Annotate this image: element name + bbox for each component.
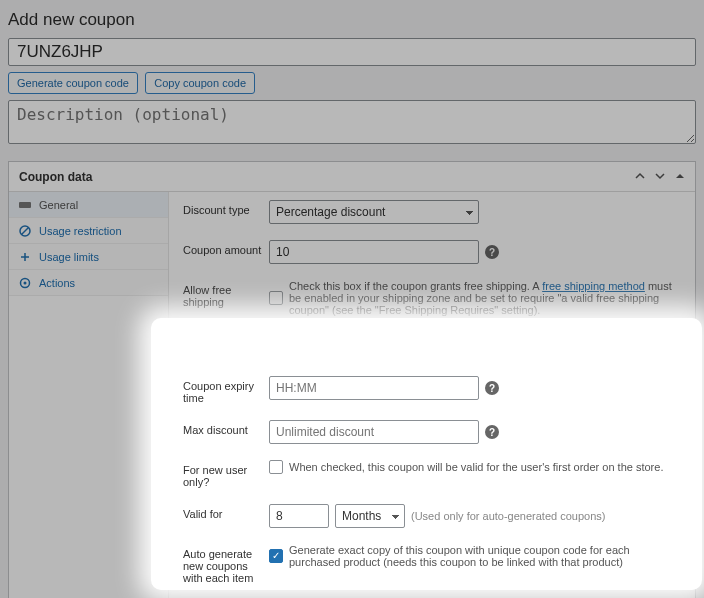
svg-rect-0 xyxy=(19,202,31,208)
copy-code-button[interactable]: Copy coupon code xyxy=(145,72,255,94)
valid-for-hint: (Used only for auto-generated coupons) xyxy=(411,510,605,522)
description-input[interactable] xyxy=(8,100,696,144)
valid-for-number-input[interactable] xyxy=(269,504,329,528)
svg-line-2 xyxy=(22,227,29,234)
expiry-time-input[interactable] xyxy=(269,376,479,400)
new-user-label: For new user only? xyxy=(169,460,269,488)
new-user-checkbox[interactable] xyxy=(269,460,283,474)
help-icon[interactable]: ? xyxy=(485,337,499,351)
free-shipping-text-a: Check this box if the coupon grants free… xyxy=(289,280,542,292)
help-icon[interactable]: ? xyxy=(485,245,499,259)
coupon-code-input[interactable] xyxy=(8,38,696,66)
discount-type-select[interactable]: Percentage discount xyxy=(269,200,479,224)
form-area: Discount type Percentage discount Coupon… xyxy=(169,192,695,598)
help-icon[interactable]: ? xyxy=(485,381,499,395)
sidebar-item-usage-limits[interactable]: Usage limits xyxy=(9,244,168,270)
panel-up-icon[interactable] xyxy=(635,170,645,184)
coupon-amount-label: Coupon amount xyxy=(169,240,269,256)
sidebar: General Usage restriction Usage limits A… xyxy=(9,192,169,598)
expiry-date-label: Coupon expiry date xyxy=(169,332,269,360)
valid-for-label: Valid for xyxy=(169,504,269,520)
free-shipping-label: Allow free shipping xyxy=(169,280,269,308)
page-title: Add new coupon xyxy=(8,10,696,30)
sidebar-item-actions[interactable]: Actions xyxy=(9,270,168,296)
sidebar-item-general[interactable]: General xyxy=(9,192,168,218)
auto-generate-checkbox[interactable] xyxy=(269,549,283,563)
generate-code-button[interactable]: Generate coupon code xyxy=(8,72,138,94)
discount-type-label: Discount type xyxy=(169,200,269,216)
panel-title: Coupon data xyxy=(19,170,92,184)
free-shipping-link[interactable]: free shipping method xyxy=(542,280,645,292)
coupon-amount-input[interactable] xyxy=(269,240,479,264)
panel-toggle-icon[interactable] xyxy=(675,170,685,184)
expiry-date-input[interactable] xyxy=(269,332,479,356)
free-shipping-checkbox[interactable] xyxy=(269,291,283,305)
sidebar-item-label: Usage limits xyxy=(39,251,99,263)
auto-generate-text: Generate exact copy of this coupon with … xyxy=(289,544,681,568)
auto-generate-label: Auto generate new coupons with each item xyxy=(169,544,269,584)
max-discount-input[interactable] xyxy=(269,420,479,444)
valid-for-unit-select[interactable]: Months xyxy=(335,504,405,528)
sidebar-item-label: Usage restriction xyxy=(39,225,122,237)
ban-icon xyxy=(19,225,31,237)
coupon-data-panel: Coupon data General Usage restriction xyxy=(8,161,696,598)
sidebar-item-usage-restriction[interactable]: Usage restriction xyxy=(9,218,168,244)
panel-down-icon[interactable] xyxy=(655,170,665,184)
new-user-text: When checked, this coupon will be valid … xyxy=(289,461,663,473)
sidebar-item-label: General xyxy=(39,199,78,211)
sidebar-item-label: Actions xyxy=(39,277,75,289)
expiry-time-label: Coupon expiry time xyxy=(169,376,269,404)
plus-icon xyxy=(19,252,31,262)
ticket-icon xyxy=(19,200,31,210)
max-discount-label: Max discount xyxy=(169,420,269,436)
gear-icon xyxy=(19,277,31,289)
svg-point-4 xyxy=(24,281,27,284)
help-icon[interactable]: ? xyxy=(485,425,499,439)
